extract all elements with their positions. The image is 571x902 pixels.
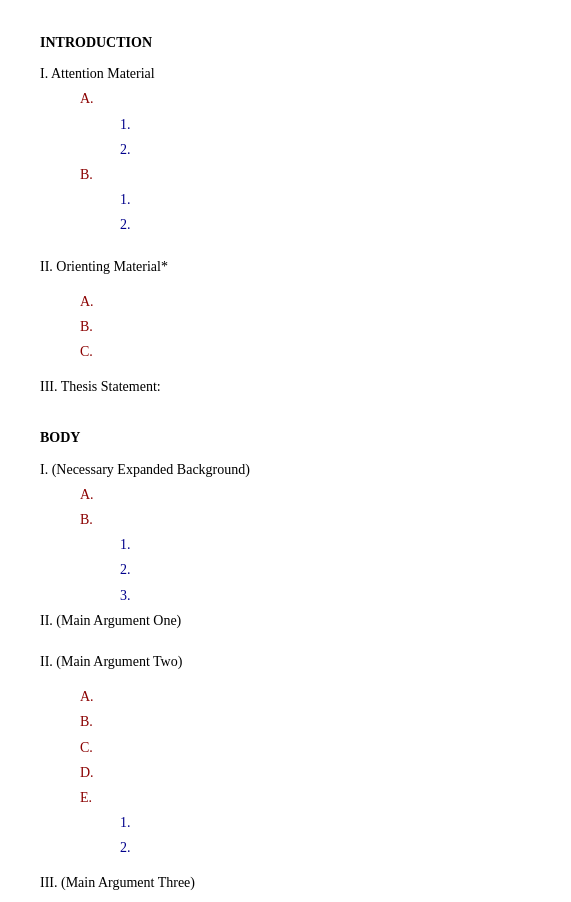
intro-i-a-1: 1. (120, 112, 531, 137)
outline: INTRODUCTION I. Attention Material A. 1.… (40, 30, 531, 902)
body-iii: III. (Main Argument Three) (40, 870, 531, 895)
body-ii-c: C. (80, 735, 531, 760)
body-heading: BODY (40, 425, 531, 450)
body-i-b: B. (80, 507, 531, 532)
intro-i-b-2: 2. (120, 212, 531, 237)
intro-i-a-2: 2. (120, 137, 531, 162)
intro-i-b: B. (80, 162, 531, 187)
body-i: I. (Necessary Expanded Background) (40, 457, 531, 482)
body-ii-e-2: 2. (120, 835, 531, 860)
body-ii-a: A. (80, 684, 531, 709)
introduction-heading: INTRODUCTION (40, 30, 531, 55)
body-ii: II. (Main Argument Two) (40, 649, 531, 674)
intro-ii: II. Orienting Material* (40, 254, 531, 279)
body-ii-b: B. (80, 709, 531, 734)
intro-i-a: A. (80, 86, 531, 111)
intro-i: I. Attention Material (40, 61, 531, 86)
body-i-a: A. (80, 482, 531, 507)
body-i-b-1: 1. (120, 532, 531, 557)
intro-iii: III. Thesis Statement: (40, 374, 531, 399)
body-ii-d: D. (80, 760, 531, 785)
intro-ii-b: B. (80, 314, 531, 339)
body-ii-e: E. (80, 785, 531, 810)
body-ii-first: II. (Main Argument One) (40, 608, 531, 633)
intro-ii-a: A. (80, 289, 531, 314)
body-i-b-2: 2. (120, 557, 531, 582)
body-i-b-3: 3. (120, 583, 531, 608)
body-ii-e-1: 1. (120, 810, 531, 835)
intro-i-b-1: 1. (120, 187, 531, 212)
intro-ii-c: C. (80, 339, 531, 364)
